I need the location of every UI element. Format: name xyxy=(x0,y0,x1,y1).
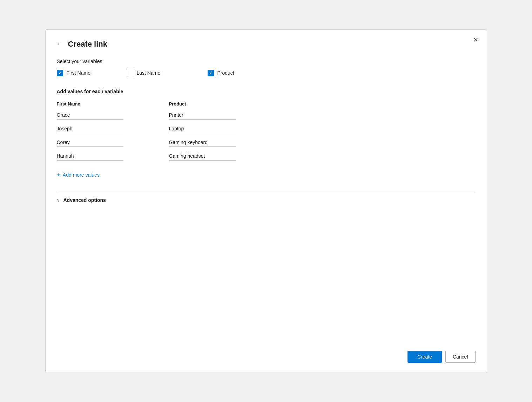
dialog-title: Create link xyxy=(68,40,108,49)
back-button[interactable]: ← xyxy=(57,40,63,48)
variables-section: Select your variables First Name Last Na… xyxy=(57,59,476,89)
advanced-options-section[interactable]: ∨ Advanced options xyxy=(57,191,476,203)
table-row xyxy=(57,111,476,120)
close-button[interactable]: ✕ xyxy=(473,37,478,43)
last-name-checkbox[interactable] xyxy=(127,70,133,76)
product-input-1[interactable] xyxy=(169,111,236,120)
first-name-label: First Name xyxy=(67,70,90,76)
first-name-checkbox-group: First Name xyxy=(57,70,127,76)
first-name-col-header: First Name xyxy=(57,101,127,107)
table-row xyxy=(57,152,476,161)
last-name-label: Last Name xyxy=(137,70,161,76)
columns-header: First Name Product xyxy=(57,101,476,107)
dialog-header: ← Create link xyxy=(57,40,476,49)
product-input-2[interactable] xyxy=(169,124,236,133)
first-name-input-3[interactable] xyxy=(57,138,123,147)
product-input-4[interactable] xyxy=(169,152,236,161)
values-section-title: Add values for each variable xyxy=(57,89,476,94)
cancel-button[interactable]: Cancel xyxy=(445,351,476,363)
product-label: Product xyxy=(217,70,234,76)
product-checkbox[interactable] xyxy=(208,70,214,76)
values-section: Add values for each variable First Name … xyxy=(57,89,476,191)
advanced-options-label: Advanced options xyxy=(63,197,106,203)
chevron-down-icon: ∨ xyxy=(57,198,60,203)
create-link-dialog: ← Create link ✕ Select your variables Fi… xyxy=(45,29,487,373)
last-name-checkbox-group: Last Name xyxy=(127,70,208,76)
first-name-checkbox[interactable] xyxy=(57,70,63,76)
add-more-values-button[interactable]: + Add more values xyxy=(57,172,476,178)
add-more-label: Add more values xyxy=(63,172,100,178)
create-button[interactable]: Create xyxy=(408,351,442,363)
first-name-input-2[interactable] xyxy=(57,124,123,133)
dialog-footer: Create Cancel xyxy=(408,351,476,363)
first-name-input-1[interactable] xyxy=(57,111,123,120)
values-rows xyxy=(57,111,476,165)
product-col-header: Product xyxy=(169,101,239,107)
product-input-3[interactable] xyxy=(169,138,236,147)
plus-icon: + xyxy=(57,172,60,178)
table-row xyxy=(57,138,476,147)
first-name-input-4[interactable] xyxy=(57,152,123,161)
variables-row: First Name Last Name Product xyxy=(57,70,476,76)
table-row xyxy=(57,124,476,133)
product-checkbox-group: Product xyxy=(208,70,278,76)
variables-section-label: Select your variables xyxy=(57,59,476,64)
